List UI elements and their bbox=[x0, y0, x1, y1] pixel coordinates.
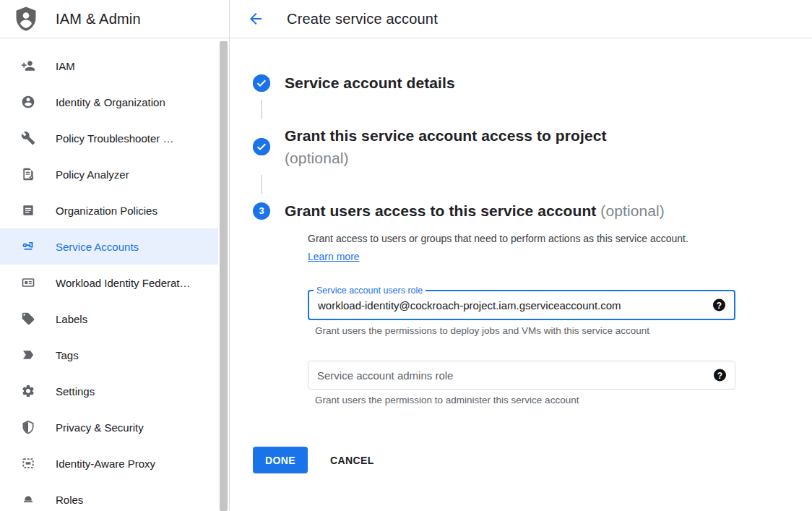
step-3-title-text: Grant users access to this service accou… bbox=[285, 202, 596, 219]
sidebar-item-settings[interactable]: Settings bbox=[0, 373, 229, 409]
step-connector bbox=[261, 175, 262, 194]
sidebar-item-roles[interactable]: Roles bbox=[0, 481, 229, 511]
service-account-key-icon bbox=[20, 239, 36, 254]
sidebar-scrollbar bbox=[218, 38, 229, 511]
step-2-title-text: Grant this service account access to pro… bbox=[285, 127, 607, 144]
sidebar-item-policy-analyzer[interactable]: Policy Analyzer bbox=[0, 156, 229, 192]
arrow-back-icon bbox=[247, 10, 264, 27]
wrench-icon bbox=[20, 130, 36, 146]
gear-icon bbox=[20, 383, 36, 399]
users-role-field-label: Service account users role bbox=[314, 285, 426, 297]
iam-admin-shield-logo-icon bbox=[13, 6, 39, 32]
sidebar-item-label: Identity-Aware Proxy bbox=[56, 458, 155, 470]
sidebar-item-label: Privacy & Security bbox=[56, 421, 144, 434]
sidebar-item-policy-troubleshooter[interactable]: Policy Troubleshooter … bbox=[0, 120, 229, 156]
step-1-service-account-details: Service account details bbox=[253, 72, 812, 94]
hat-icon bbox=[20, 491, 36, 507]
sidebar-item-tags[interactable]: Tags bbox=[0, 337, 229, 373]
sidebar-item-identity-aware-proxy[interactable]: Identity-Aware Proxy bbox=[0, 445, 229, 481]
sidebar-item-privacy-security[interactable]: Privacy & Security bbox=[0, 409, 229, 445]
person-add-icon bbox=[20, 58, 36, 74]
sidebar-item-labels[interactable]: Labels bbox=[0, 301, 229, 337]
admins-role-input[interactable] bbox=[317, 361, 703, 389]
step-1-title: Service account details bbox=[285, 72, 455, 94]
step-connector bbox=[261, 100, 262, 119]
step-2-title: Grant this service account access to pro… bbox=[285, 124, 607, 169]
sidebar-item-label: Policy Troubleshooter … bbox=[56, 132, 173, 145]
admins-role-helper-text: Grant users the permission to administer… bbox=[315, 395, 734, 405]
step-3-description-text: Grant access to users or groups that nee… bbox=[308, 233, 688, 244]
sidebar-item-workload-identity-federation[interactable]: Workload Identity Federat… bbox=[0, 265, 229, 301]
main-area: Create service account Service account d… bbox=[230, 0, 812, 511]
sidebar-nav: IAM Identity & Organization Policy Troub… bbox=[0, 38, 229, 511]
sidebar-item-label: Workload Identity Federat… bbox=[56, 277, 190, 289]
sidebar-item-label: Organization Policies bbox=[56, 205, 157, 217]
admins-role-field-group: ? Grant users the permission to administ… bbox=[308, 361, 812, 405]
sidebar-scrollbar-thumb[interactable] bbox=[220, 41, 228, 511]
tag-arrow-icon bbox=[20, 347, 36, 363]
step-3-number: 3 bbox=[259, 205, 264, 216]
step-2-optional-label: (optional) bbox=[285, 147, 607, 169]
step-3-number-badge: 3 bbox=[253, 202, 270, 220]
sidebar-item-label: Roles bbox=[56, 494, 83, 506]
sidebar-item-service-accounts[interactable]: Service Accounts bbox=[0, 228, 229, 265]
sidebar-item-identity-organization[interactable]: Identity & Organization bbox=[0, 84, 229, 120]
help-icon[interactable]: ? bbox=[713, 299, 725, 312]
id-card-icon bbox=[20, 275, 36, 291]
sidebar-item-label: IAM bbox=[56, 60, 75, 72]
sidebar-item-label: Service Accounts bbox=[56, 241, 139, 253]
users-role-field-group: Service account users role ? Grant users… bbox=[308, 290, 812, 336]
label-tag-icon bbox=[20, 311, 36, 327]
page-header: Create service account bbox=[230, 0, 812, 38]
sidebar-header: IAM & Admin bbox=[0, 0, 229, 38]
sidebar-item-label: Identity & Organization bbox=[56, 96, 165, 108]
step-2-check-circle-icon bbox=[253, 138, 270, 155]
sidebar-item-organization-policies[interactable]: Organization Policies bbox=[0, 192, 229, 228]
admins-role-field: ? bbox=[308, 361, 735, 390]
product-title: IAM & Admin bbox=[56, 11, 141, 27]
sidebar: IAM & Admin IAM Identity & Organization … bbox=[0, 0, 230, 511]
step-1-check-circle-icon bbox=[253, 74, 270, 92]
document-list-icon bbox=[20, 202, 36, 218]
page-title: Create service account bbox=[287, 11, 438, 27]
step-2-grant-access-to-project: Grant this service account access to pro… bbox=[253, 124, 812, 169]
account-circle-icon bbox=[20, 94, 36, 110]
step-3-description: Grant access to users or groups that nee… bbox=[308, 230, 709, 266]
step-3-title: Grant users access to this service accou… bbox=[285, 199, 665, 222]
step-3-grant-users-access: 3 Grant users access to this service acc… bbox=[253, 199, 812, 222]
shield-icon bbox=[20, 419, 36, 435]
done-button[interactable]: DONE bbox=[253, 447, 308, 473]
users-role-field: Service account users role ? bbox=[308, 290, 735, 320]
step-3-actions: DONE CANCEL bbox=[253, 447, 812, 473]
sidebar-item-iam[interactable]: IAM bbox=[0, 48, 229, 84]
proxy-icon bbox=[20, 455, 36, 471]
learn-more-link[interactable]: Learn more bbox=[308, 251, 360, 262]
sidebar-item-label: Labels bbox=[56, 313, 87, 325]
step-3-optional-label: (optional) bbox=[600, 202, 665, 219]
sidebar-item-label: Policy Analyzer bbox=[56, 168, 129, 181]
cancel-button[interactable]: CANCEL bbox=[320, 447, 384, 473]
step-3-body: Grant access to users or groups that nee… bbox=[308, 230, 812, 405]
wizard-content: Service account details Grant this servi… bbox=[230, 38, 812, 473]
help-icon[interactable]: ? bbox=[714, 369, 726, 382]
policy-analyzer-icon bbox=[20, 166, 36, 182]
back-button[interactable] bbox=[247, 10, 264, 27]
sidebar-item-label: Settings bbox=[56, 385, 95, 398]
sidebar-item-label: Tags bbox=[56, 349, 79, 361]
users-role-helper-text: Grant users the permissions to deploy jo… bbox=[315, 325, 734, 336]
